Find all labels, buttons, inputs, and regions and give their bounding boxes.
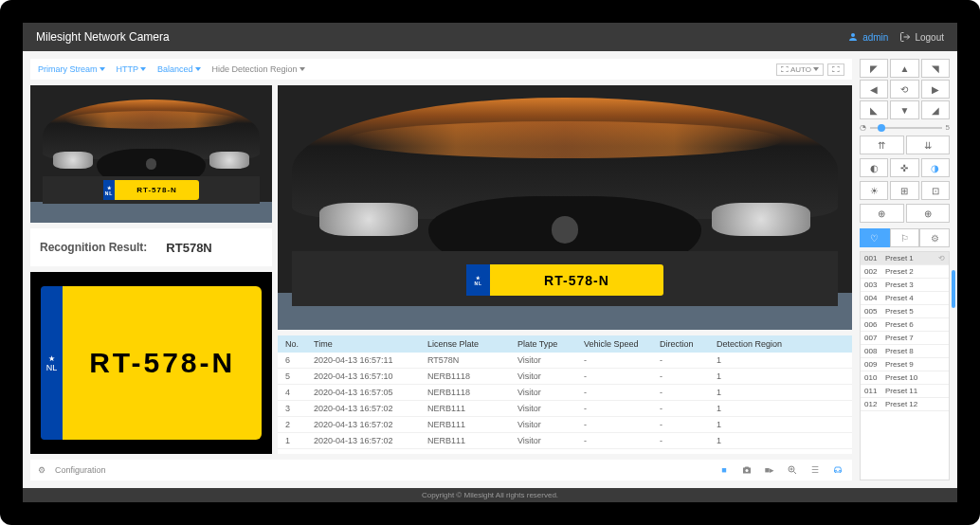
ptz-arrow-0[interactable]: ◤ [860, 59, 888, 78]
table-row[interactable]: 12020-04-13 16:57:02NERB111Visitor--1 [278, 433, 852, 449]
tab-patrol[interactable]: ⚐ [890, 228, 920, 247]
preset-item[interactable]: 011Preset 11 [861, 385, 949, 398]
table-row[interactable]: 22020-04-13 16:57:02NERB111Visitor--1 [278, 417, 852, 433]
settings-icon[interactable]: ☰ [808, 463, 822, 477]
col-type: Plate Type [516, 338, 582, 350]
preset-tabs: ♡ ⚐ ⚙ [860, 228, 950, 247]
ptz-arrow-7[interactable]: ▼ [890, 100, 918, 119]
table-row[interactable]: 62020-04-13 16:57:11RT578NVisitor--1 [278, 353, 852, 369]
col-no: No. [283, 338, 312, 350]
protocol-select[interactable]: HTTP [117, 64, 147, 74]
chevron-down-icon [813, 67, 819, 71]
user-link[interactable]: admin [847, 31, 888, 43]
plate-eu-band: ★NL [41, 286, 63, 440]
ptz-arrow-6[interactable]: ◣ [860, 100, 888, 119]
speed-icon: ◔ [860, 123, 866, 132]
preset-item[interactable]: 008Preset 8 [861, 345, 949, 358]
plate-overlay: ★NLRT-578-N [466, 264, 662, 296]
speed-slider[interactable] [870, 127, 942, 129]
chevron-down-icon [195, 67, 201, 71]
bottom-bar: ⚙ Configuration ■ ■▸ ☰ [30, 460, 852, 480]
drag-handle[interactable] [952, 270, 955, 308]
svg-point-3 [836, 470, 837, 471]
plate-overlay: ★NLRT-578-N [103, 180, 199, 200]
logout-label: Logout [915, 32, 944, 43]
focus-button[interactable]: ✜ [890, 158, 918, 177]
chevron-down-icon [100, 67, 105, 71]
svg-point-1 [746, 469, 749, 472]
preset-item[interactable]: 012Preset 12 [861, 398, 949, 411]
zoom-out-button[interactable]: ⇊ [906, 136, 951, 154]
preset-item[interactable]: 006Preset 6 [861, 318, 949, 332]
gear-icon: ⚙ [38, 465, 45, 475]
preset-item[interactable]: 007Preset 7 [861, 332, 949, 345]
mode-select[interactable]: Balanced [157, 64, 201, 74]
snapshot-icon[interactable] [740, 463, 753, 477]
logout-link[interactable]: Logout [899, 31, 944, 43]
preset-item[interactable]: 001Preset 1⟲ [861, 252, 949, 265]
preset-item[interactable]: 003Preset 3 [861, 279, 949, 292]
hide-region-select[interactable]: Hide Detection Region [212, 64, 305, 74]
table-row[interactable]: 32020-04-13 16:57:02NERB111Visitor--1 [278, 401, 852, 417]
logout-icon [899, 31, 911, 43]
preset-item[interactable]: 009Preset 9 [861, 358, 949, 371]
car-icon[interactable] [831, 463, 844, 477]
ptz-pad: ◤▲◥◀⟲▶◣▼◢ [860, 59, 950, 119]
ptz-arrow-1[interactable]: ▲ [890, 59, 918, 78]
plate-closeup: ★NL RT-578-N [30, 272, 272, 454]
svg-point-4 [840, 470, 841, 471]
aux2-button[interactable]: ⊕ [906, 204, 951, 223]
chevron-down-icon [299, 67, 305, 71]
col-region: Detection Region [715, 338, 800, 350]
ptz-arrow-5[interactable]: ▶ [921, 80, 950, 99]
speed-value: 5 [946, 123, 950, 132]
record-icon[interactable]: ■▸ [763, 463, 776, 477]
expand-button[interactable]: ⛶ [827, 63, 844, 76]
preset-item[interactable]: 010Preset 10 [861, 371, 949, 385]
preset-item[interactable]: 002Preset 2 [861, 265, 949, 279]
chevron-down-icon [140, 67, 146, 71]
preset-list: 001Preset 1⟲002Preset 2003Preset 3004Pre… [860, 251, 950, 480]
app-header: Milesight Network Camera admin Logout [23, 23, 957, 51]
live-view[interactable]: ★NLRT-578-N [278, 85, 852, 330]
recognition-panel: Recognition Result: RT578N [30, 228, 272, 266]
wiper-button[interactable]: ⊞ [890, 181, 918, 200]
light-button[interactable]: ☀ [860, 181, 888, 200]
plate-text: RT-578-N [63, 347, 262, 379]
col-dir: Direction [658, 338, 715, 350]
ptz-arrow-2[interactable]: ◥ [921, 59, 950, 78]
user-icon [847, 31, 859, 43]
stop-icon[interactable]: ■ [717, 463, 731, 477]
zoom-icon[interactable] [786, 463, 799, 477]
zoom-in-button[interactable]: ⇈ [860, 136, 904, 154]
iris-close-button[interactable]: ◑ [921, 158, 950, 177]
thumbnail-view: ★NLRT-578-N [30, 85, 272, 223]
results-table: No. Time License Plate Plate Type Vehicl… [278, 335, 852, 454]
ptz-speed: ◔ 5 [860, 123, 950, 132]
aux-button[interactable]: ⊡ [921, 181, 950, 200]
recognition-value: RT578N [166, 241, 211, 255]
preset-item[interactable]: 005Preset 5 [861, 305, 949, 318]
aux1-button[interactable]: ⊕ [860, 204, 904, 223]
video-toolbar: Primary Stream HTTP Balanced Hide Detect… [30, 59, 852, 80]
config-link[interactable]: Configuration [55, 465, 106, 475]
col-plate: License Plate [426, 338, 516, 350]
col-time: Time [312, 338, 426, 350]
ptz-arrow-3[interactable]: ◀ [860, 80, 888, 99]
app-title: Milesight Network Camera [36, 30, 847, 44]
auto-button[interactable]: ⛶ AUTO [776, 63, 824, 76]
table-row[interactable]: 52020-04-13 16:57:10NERB1118Visitor--1 [278, 369, 852, 385]
iris-open-button[interactable]: ◐ [860, 158, 888, 177]
table-row[interactable]: 42020-04-13 16:57:05NERB1118Visitor--1 [278, 385, 852, 401]
col-speed: Vehicle Speed [582, 338, 658, 350]
stream-select[interactable]: Primary Stream [38, 64, 105, 74]
footer: Copyright © Milesight All rights reserve… [23, 488, 957, 502]
tab-pattern[interactable]: ⚙ [919, 228, 950, 247]
recognition-label: Recognition Result: [40, 241, 147, 254]
tab-preset[interactable]: ♡ [860, 228, 890, 247]
ptz-arrow-8[interactable]: ◢ [921, 100, 950, 119]
user-name: admin [862, 32, 888, 43]
preset-item[interactable]: 004Preset 4 [861, 292, 949, 305]
ptz-arrow-4[interactable]: ⟲ [890, 80, 918, 99]
svg-point-0 [851, 33, 855, 37]
